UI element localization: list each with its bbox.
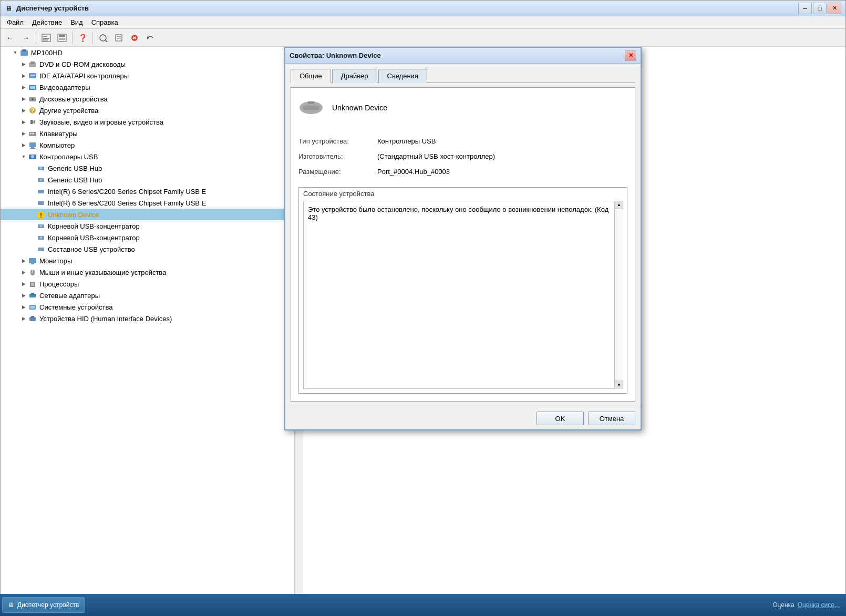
ok-button[interactable]: OK [537,412,584,425]
svg-rect-20 [30,75,35,76]
tree-item-hid[interactable]: ▶ Устройства HID (Human Interface Device… [1,313,294,324]
prop-mfr-label: Изготовитель: [298,152,377,160]
tree-item-dvd[interactable]: ▶ DVD и CD-ROM дисководы [1,58,294,70]
prop-loc-row: Размещение: Port_#0004.Hub_#0003 [298,168,627,176]
toolbar-view2[interactable] [55,31,69,45]
toolbar-view1[interactable] [39,31,54,45]
tree-item-root-hub2[interactable]: ▶ Корневой USB-концентратор [1,232,294,243]
tree-label-usb: Контроллеры USB [39,153,98,161]
dialog-close-button[interactable]: ✕ [625,50,636,61]
toolbar-update[interactable] [143,31,158,45]
tree-item-sound[interactable]: ▶ Звуковые, видео и игровые устройства [1,116,294,128]
svg-rect-64 [303,106,319,110]
svg-rect-32 [33,133,34,134]
tree-item-computer[interactable]: ▶ Компьютер [1,139,294,151]
toolbar-forward[interactable]: → [18,31,33,45]
toolbar-help[interactable]: ❓ [75,31,90,45]
device-name: Unknown Device [332,104,387,112]
cancel-button[interactable]: Отмена [588,412,635,425]
tree-item-root-hub1[interactable]: ▶ Корневой USB-концентратор [1,220,294,232]
menu-help[interactable]: Справка [87,17,122,27]
tree-label-mice: Мыши и иные указывающие устройства [39,269,166,276]
svg-rect-31 [32,133,33,134]
scrollbar-up[interactable]: ▲ [615,201,623,209]
status-group-title: Состояние устройства [299,188,627,199]
dvd-expander[interactable]: ▶ [19,60,28,68]
prop-mfr-row: Изготовитель: (Стандартный USB хост-конт… [298,152,627,160]
menu-view[interactable]: Вид [66,17,87,27]
tree-label-root-hub2: Корневой USB-концентратор [48,234,140,242]
close-button[interactable]: ✕ [828,3,841,14]
tree-item-ide[interactable]: ▶ IDE ATA/ATAPI контроллеры [1,70,294,81]
tree-root[interactable]: ▼ MP100HD [1,47,294,58]
svg-point-47 [40,225,42,227]
tree-label-disk: Дисковые устройства [39,95,108,103]
video-expander[interactable]: ▶ [19,83,28,91]
tree-item-disk[interactable]: ▶ Дисковые устройства [1,93,294,105]
other-expander[interactable]: ▶ [19,106,28,115]
taskbar-link[interactable]: Оценка сисе... [798,601,840,609]
scrollbar-down[interactable]: ▼ [615,381,623,389]
minimize-button[interactable]: ─ [798,3,812,14]
tree-item-intel2[interactable]: ▶ Intel(R) 6 Series/C200 Series Chipset … [1,197,294,209]
toolbar-sep1 [36,32,36,44]
content-area: ▼ MP100HD ▶ DVD и CD-ROM дисководы ▶ [1,47,845,603]
tree-panel: ▼ MP100HD ▶ DVD и CD-ROM дисководы ▶ [1,47,295,603]
svg-rect-51 [29,258,36,263]
tree-item-other[interactable]: ▶ ? Другие устройства [1,105,294,116]
title-bar-text: Диспетчер устройств [16,4,798,12]
tree-item-usb[interactable]: ▼ Контроллеры USB [1,151,294,162]
dialog-buttons: OK Отмена [285,407,641,429]
tab-bar: Общие Драйвер Сведения [291,69,635,83]
svg-rect-60 [30,306,35,309]
svg-point-41 [40,179,42,181]
main-window: 🖥 Диспетчер устройств ─ □ ✕ Файл Действи… [0,0,846,616]
root-expander[interactable]: ▼ [11,48,19,57]
usb-expander[interactable]: ▼ [19,152,28,161]
svg-rect-30 [30,133,31,134]
tree-item-hub2[interactable]: ▶ Generic USB Hub [1,174,294,186]
svg-rect-50 [38,248,44,251]
scrollbar-track[interactable] [615,209,623,381]
menu-action[interactable]: Действие [28,17,66,27]
tree-item-mice[interactable]: ▶ Мыши и иные указывающие устройства [1,266,294,278]
svg-rect-1 [43,36,47,37]
tree-item-kbd[interactable]: ▶ Клавиатуры [1,128,294,139]
tree-item-monitors[interactable]: ▶ Мониторы [1,255,294,266]
toolbar-scan[interactable] [96,31,110,45]
tree-item-net[interactable]: ▶ Сетевые адаптеры [1,290,294,301]
menu-file[interactable]: Файл [3,17,28,27]
tab-driver[interactable]: Драйвер [332,69,377,83]
toolbar-props[interactable] [111,31,126,45]
sound-expander[interactable]: ▶ [19,118,28,126]
tree-item-cpu[interactable]: ▶ Процессоры [1,278,294,290]
taskbar-item-label: Диспетчер устройств [17,601,79,609]
taskbar-item[interactable]: 🖥 Диспетчер устройств [2,597,85,613]
svg-rect-22 [30,86,35,89]
computer-expander[interactable]: ▶ [19,141,28,149]
tree-label-hub2: Generic USB Hub [48,176,102,184]
toolbar-uninstall[interactable] [127,31,142,45]
tree-item-system[interactable]: ▶ Системные устройства [1,301,294,313]
maximize-button[interactable]: □ [813,3,827,14]
tree-item-unknown[interactable]: ▶ ! Unknown Device [1,209,294,220]
svg-rect-56 [31,283,34,286]
tree-label-dvd: DVD и CD-ROM дисководы [39,60,126,68]
toolbar-sep3 [92,32,93,44]
app-icon: 🖥 [5,4,13,13]
tree-label-hub1: Generic USB Hub [48,165,102,172]
tab-details[interactable]: Сведения [378,69,427,83]
disk-expander[interactable]: ▶ [19,95,28,103]
taskbar-right: Оценка Оценка сисе... [772,601,844,609]
ide-expander[interactable]: ▶ [19,71,28,80]
svg-rect-18 [30,61,35,64]
kbd-expander[interactable]: ▶ [19,129,28,138]
tree-label-unknown: Unknown Device [48,211,99,219]
hub1-expander[interactable]: ▶ [28,164,36,172]
toolbar-back[interactable]: ← [3,31,17,45]
tab-general[interactable]: Общие [291,69,331,83]
tree-item-intel1[interactable]: ▶ Intel(R) 6 Series/C200 Series Chipset … [1,186,294,197]
tree-item-composite[interactable]: ▶ Составное USB устройство [1,243,294,255]
tree-item-hub1[interactable]: ▶ Generic USB Hub [1,162,294,174]
tree-item-video[interactable]: ▶ Видеоадаптеры [1,81,294,93]
